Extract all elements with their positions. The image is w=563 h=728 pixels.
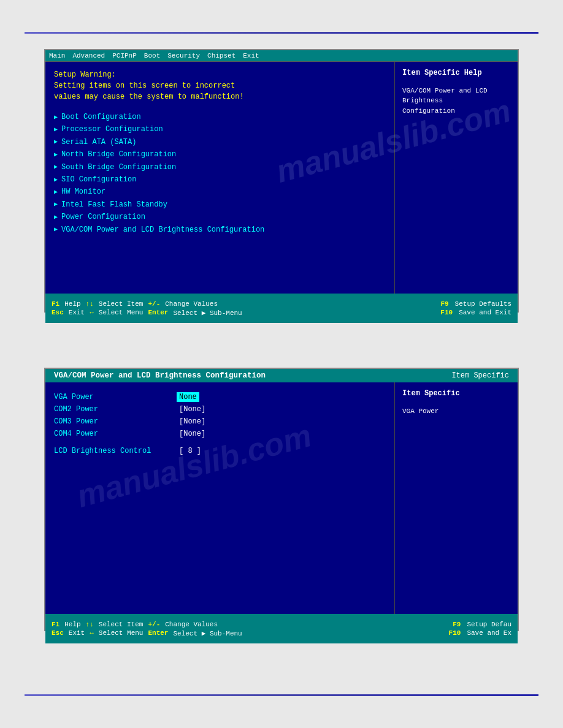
arrow-icon: ▶ [54,199,58,210]
tab-boot[interactable]: Boot [144,52,160,59]
footer2-change-values: Change Values [165,621,218,628]
arrow-icon: ▶ [54,162,58,172]
footer-select-submenu: Select ▶ Sub-Menu [173,309,242,317]
row-com3-power[interactable]: COM3 Power [None] [54,417,386,427]
footer2-f10-label: Save and Ex [467,629,511,637]
menu-hw-monitor[interactable]: ▶ HW Monitor [54,186,386,198]
menu-processor-config[interactable]: ▶ Processor Configuration [54,123,386,135]
menu-sio-config[interactable]: ▶ SIO Configuration [54,173,386,186]
footer2-esc-label: Exit [69,629,85,637]
footer2-select-item: Select Item [99,621,144,628]
menu-boot-config[interactable]: ▶ Boot Configuration [54,111,386,123]
footer2-select-submenu: Select ▶ Sub-Menu [173,629,242,637]
help-content-2: VGA Power [402,406,510,417]
tab-chipset[interactable]: Chipset [207,52,236,59]
menu-power-config[interactable]: ▶ Power Configuration [54,211,386,223]
help-panel-1: Item Specific Help VGA/COM Power and LCD… [395,62,518,294]
footer-enter: Enter [148,309,168,316]
arrow-icon: ▶ [54,124,58,135]
footer-updown: ↑↓ [86,300,94,308]
footer2-f9-key: F9 [453,621,461,628]
footer2-leftright: ↔ [90,629,94,637]
help-title-2: Item Specific [402,389,510,399]
footer-f1-label: Help [64,300,80,308]
menu-vga-com[interactable]: ▶ VGA/COM Power and LCD Brightness Confi… [54,224,386,236]
arrow-icon: ▶ [54,137,58,147]
bios-footer-1: F1 Help ↑↓ Select Item +/- Change Values… [45,294,518,323]
com4-power-label: COM4 Power [54,430,177,438]
help-panel-2: Item Specific VGA Power [395,382,518,614]
footer2-updown: ↑↓ [86,621,94,628]
arrow-icon: ▶ [54,150,58,160]
footer-esc-label: Exit [69,309,85,316]
arrow-icon: ▶ [54,112,58,123]
menu-serial-ata[interactable]: ▶ Serial ATA (SATA) [54,136,386,148]
com4-power-value[interactable]: [None] [177,429,208,439]
footer-f1-key: F1 [52,300,59,308]
footer2-plusminus: +/- [148,621,160,628]
footer2-enter: Enter [148,629,168,637]
footer-esc-key: Esc [52,309,64,316]
footer-select-item: Select Item [99,300,144,308]
footer2-f9-label: Setup Defau [467,621,511,628]
arrow-icon: ▶ [54,187,58,197]
com3-power-value[interactable]: [None] [177,417,208,427]
tab-advanced[interactable]: Advanced [72,52,105,59]
top-decorative-line [25,32,538,34]
tab-exit[interactable]: Exit [243,52,259,59]
arrow-icon: ▶ [54,175,58,185]
tab-security[interactable]: Security [167,52,200,59]
help-title-1: Item Specific Help [402,68,510,78]
footer-f10-label: Save and Exit [459,309,511,316]
menu-intel-flash[interactable]: ▶ Intel Fast Flash Standby [54,199,386,211]
menu-south-bridge[interactable]: ▶ South Bridge Configuration [54,161,386,173]
screen2-help-tab: Item Specific [451,371,509,380]
lcd-brightness-label: LCD Brightness Control [54,447,177,455]
row-com2-power[interactable]: COM2 Power [None] [54,404,386,414]
warning-text: Setup Warning: Setting items on this scr… [54,69,386,102]
bios-footer-2: F1 Help ↑↓ Select Item +/- Change Values… [45,614,518,643]
bios-screen-2: VGA/COM Power and LCD Brightness Configu… [44,368,519,631]
bios-screen-1: Main Advanced PCIPnP Boot Security Chips… [44,49,519,313]
footer-f9-label: Setup Defaults [455,300,511,308]
menu-north-bridge[interactable]: ▶ North Bridge Configuration [54,148,386,161]
lcd-brightness-value[interactable]: [ 8 ] [177,446,204,456]
row-com4-power[interactable]: COM4 Power [None] [54,429,386,439]
com2-power-label: COM2 Power [54,405,177,414]
footer-leftright: ↔ [90,309,94,316]
tab-main[interactable]: Main [49,52,65,59]
row-lcd-brightness[interactable]: LCD Brightness Control [ 8 ] [54,446,386,456]
bottom-decorative-line [25,694,538,696]
footer-f9-key: F9 [440,300,448,308]
vga-power-label: VGA Power [54,393,177,401]
row-vga-power[interactable]: VGA Power None [54,392,386,402]
footer-f10-key: F10 [440,309,453,316]
com2-power-value[interactable]: [None] [177,404,208,414]
footer2-f10-key: F10 [449,629,461,637]
tab-pcipnp[interactable]: PCIPnP [112,52,137,59]
arrow-icon: ▶ [54,224,58,235]
footer-change-values: Change Values [165,300,218,308]
footer2-f1-label: Help [64,621,80,628]
footer-select-menu: Select Menu [99,309,144,316]
footer2-f1-key: F1 [52,621,59,628]
footer-plusminus: +/- [148,300,160,308]
com3-power-label: COM3 Power [54,417,177,426]
help-content-1: VGA/COM Power and LCDBrightnessConfigura… [402,86,510,116]
screen2-title: VGA/COM Power and LCD Brightness Configu… [54,371,266,380]
arrow-icon: ▶ [54,212,58,222]
footer2-select-menu: Select Menu [99,629,144,637]
vga-power-value[interactable]: None [177,392,199,402]
footer2-esc-key: Esc [52,629,64,637]
